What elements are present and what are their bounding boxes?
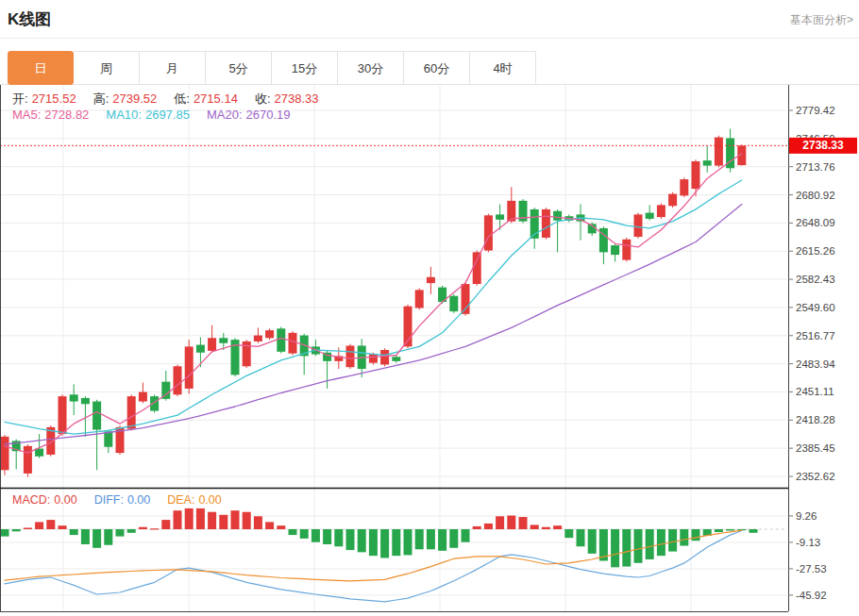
macd-histogram [1, 508, 758, 567]
macd-bar [473, 526, 481, 529]
candle-body [127, 396, 136, 429]
macd-bar [265, 522, 274, 529]
axis-tick-label: -9.13 [796, 537, 820, 548]
axis-tick-label: 2418.28 [796, 414, 835, 425]
macd-bar [231, 510, 240, 529]
macd-bar [496, 516, 504, 529]
axis-tick-label: 2483.94 [796, 358, 835, 370]
macd-bar [346, 529, 355, 550]
candle-body [484, 215, 493, 250]
candle-body [196, 345, 205, 353]
macd-bar [46, 520, 55, 529]
y-axis-labels: 2779.422746.592713.762680.922648.092615.… [788, 105, 835, 601]
candle-body [473, 252, 481, 284]
macd-bar [531, 524, 539, 529]
candle-body [139, 392, 147, 402]
info-value: 0.00 [198, 493, 221, 507]
macd-bar [611, 529, 619, 567]
candle-body [703, 160, 712, 165]
macd-bar [715, 529, 723, 532]
macd-bar [564, 529, 573, 538]
macd-bar [208, 512, 216, 529]
candle-body [622, 240, 631, 260]
macd-bar [668, 529, 677, 552]
candle-body [208, 338, 216, 351]
candle-body [1, 437, 9, 470]
axis-tick-label: 2451.11 [796, 386, 834, 397]
info-label: MA10: [106, 108, 142, 122]
macd-bar [680, 529, 688, 546]
candle-body [59, 396, 67, 434]
candle-body [646, 213, 654, 219]
ma5-line [5, 154, 742, 453]
macd-bar [588, 529, 597, 554]
macd-bar [519, 517, 528, 529]
axis-tick-label: -45.92 [796, 590, 827, 601]
info-label: 开: [12, 92, 28, 106]
candle-body [692, 161, 700, 189]
info-label: MA5: [12, 108, 41, 122]
macd-bar [289, 529, 297, 535]
candle-body [449, 296, 458, 311]
macd-info-line: MACD:0.00DIFF:0.00DEA:0.00 [12, 493, 239, 507]
candle-body [680, 179, 688, 195]
macd-bar [484, 524, 493, 529]
axis-tick-label: 2648.09 [796, 217, 835, 228]
candle-body [496, 214, 504, 219]
info-label: 高: [93, 92, 109, 106]
macd-bar [219, 515, 227, 529]
info-value: 2728.82 [44, 108, 89, 122]
macd-bar [657, 529, 665, 556]
candle-body [93, 402, 101, 430]
macd-bar [1, 529, 9, 537]
candle-body [634, 214, 643, 237]
candle-body [380, 350, 389, 364]
info-value: 2738.33 [275, 92, 319, 106]
axis-tick-label: 2615.26 [796, 245, 835, 257]
macd-bar [404, 529, 413, 555]
candle-body [81, 398, 90, 404]
macd-bar [243, 512, 251, 529]
ma-info-line: MA5:2728.82MA10:2697.85MA20:2670.19 [12, 108, 308, 122]
macd-bar [369, 529, 378, 556]
macd-bar [116, 529, 125, 537]
candle-body [185, 346, 194, 389]
ohlc-info-line: 开:2715.52高:2739.52低:2715.14收:2738.33 [12, 91, 336, 108]
macd-bar [104, 529, 112, 545]
candle-body [392, 357, 400, 361]
candle-body [369, 355, 378, 363]
candle-body [104, 431, 112, 446]
candle-body [611, 245, 619, 255]
macd-bar [622, 529, 631, 567]
macd-bar [415, 529, 424, 549]
macd-bar [150, 528, 159, 529]
info-value: 2715.14 [194, 92, 238, 106]
info-label: DIFF: [94, 493, 124, 507]
macd-bar [185, 508, 194, 529]
candle-body [427, 277, 435, 283]
info-value: 2697.85 [145, 108, 190, 122]
macd-bar [358, 529, 366, 552]
macd-bar [380, 529, 389, 558]
candle-body [668, 194, 677, 207]
axis-tick-label: 2549.60 [796, 302, 835, 313]
info-value: 0.00 [127, 493, 150, 507]
candle-body [277, 328, 285, 352]
axis-tick-label: 2713.76 [796, 161, 835, 173]
macd-bar [334, 529, 343, 546]
candle-body [265, 330, 274, 338]
kline-page: K线图 基本面分析> 日周月5分15分30分60分4时 2779.422746.… [0, 0, 859, 616]
macd-bar [553, 525, 562, 529]
macd-bar [634, 529, 643, 563]
axis-tick-label: -27.53 [796, 563, 827, 574]
macd-bar [427, 529, 435, 549]
macd-bar [392, 529, 400, 556]
candle-body [24, 446, 32, 474]
macd-bar [577, 529, 585, 546]
info-value: 2715.52 [32, 92, 76, 106]
last-price-text: 2738.33 [802, 139, 844, 152]
candle-body [219, 338, 227, 342]
macd-bar [254, 516, 262, 529]
info-label: MACD: [12, 493, 50, 507]
candle-body [254, 336, 262, 341]
